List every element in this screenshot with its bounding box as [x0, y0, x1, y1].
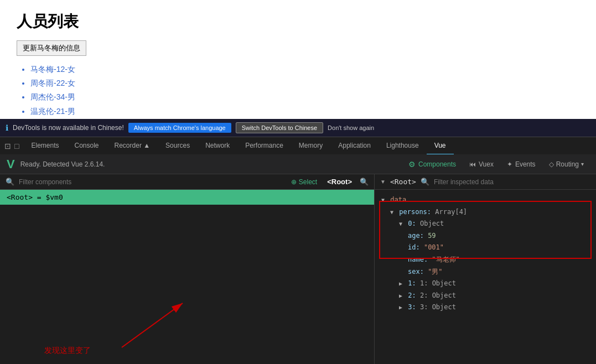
tab-memory[interactable]: Memory [291, 137, 330, 155]
search-icon: 🔍 [6, 178, 14, 186]
dont-show-button[interactable]: Don't show again [328, 124, 374, 131]
events-icon: ✦ [507, 160, 512, 168]
tab-sources[interactable]: Sources [158, 137, 198, 155]
svg-line-1 [122, 303, 183, 347]
object-2: ▶ 2: 2: Object [381, 290, 589, 302]
update-button[interactable]: 更新马冬梅的信息 [17, 40, 86, 56]
devtools-tabs: ⊡ □ Elements Console Recorder ▲ Sources … [0, 137, 596, 154]
component-tree-root[interactable]: <Root> = $vm0 [0, 190, 374, 205]
tab-lighthouse[interactable]: Lighthouse [379, 137, 427, 155]
devtools-notification-bar: ℹ DevTools is now available in Chinese! … [0, 119, 596, 137]
persons-array: ▼ persons: Array[4] [381, 206, 589, 219]
sex-field: sex: "男" [381, 266, 589, 278]
vue-nav-components[interactable]: ⚙ Components [403, 158, 462, 171]
components-icon: ⚙ [408, 160, 416, 169]
data-section: ▼ data [381, 194, 589, 206]
filter-components-input[interactable] [19, 178, 287, 186]
tab-vue[interactable]: Vue [427, 137, 454, 155]
arrow-svg [55, 270, 221, 358]
switch-chinese-button[interactable]: Switch DevTools to Chinese [236, 122, 323, 133]
tab-console[interactable]: Console [67, 137, 107, 155]
notification-text: DevTools is now available in Chinese! [13, 124, 124, 132]
root-tag-label: <Root> [327, 178, 352, 186]
info-icon: ℹ [6, 123, 8, 132]
object-3: ▶ 3: 3: Object [381, 301, 589, 314]
object-0: ▼ 0: Object [381, 218, 589, 230]
list-item: 周冬雨-22-女 [30, 76, 579, 90]
tab-performance[interactable]: Performance [237, 137, 291, 155]
vue-logo: V [7, 157, 15, 171]
name-field: name: "马老师" [381, 254, 589, 266]
page-title: 人员列表 [17, 11, 579, 32]
inspect-filter-input[interactable] [434, 178, 590, 186]
data-tree: ▼ data ▼ persons: Array[4] ▼ 0: Object a… [375, 190, 596, 364]
select-icon: ⊕ [291, 178, 297, 186]
chevron-down-icon: ▾ [581, 161, 584, 167]
vue-nav: ⚙ Components ⏮ Vuex ✦ Events ◇ Routing ▾ [403, 158, 589, 171]
tab-elements[interactable]: Elements [23, 137, 66, 155]
page-content: 人员列表 更新马冬梅的信息 马冬梅-12-女 周冬雨-22-女 周杰伦-34-男… [0, 0, 596, 119]
component-left-panel: 🔍 ⊕ Select <Root> 🔍 <Root> = $vm0 [0, 174, 375, 364]
tab-application[interactable]: Application [330, 137, 379, 155]
vue-status: Ready. Detected Vue 2.6.14. [20, 160, 403, 168]
cursor-icon[interactable]: ⊡ [4, 142, 11, 150]
always-match-button[interactable]: Always match Chrome's language [128, 123, 231, 133]
component-search-bar: 🔍 ⊕ Select <Root> 🔍 [0, 174, 374, 190]
id-field: id: "001" [381, 242, 589, 254]
component-right-panel: ▼ <Root> 🔍 ▼ data ▼ persons: Array[4] ▼ … [375, 174, 596, 364]
inspect-root-label: <Root> [390, 178, 416, 186]
select-button[interactable]: ⊕ Select [291, 178, 317, 186]
inspect-bar: ▼ <Root> 🔍 [375, 174, 596, 190]
list-item: 周杰伦-34-男 [30, 90, 579, 104]
list-item: 温兆伦-21-男 [30, 105, 579, 118]
component-panel: 🔍 ⊕ Select <Root> 🔍 <Root> = $vm0 [0, 174, 596, 364]
triangle-icon: ▼ [380, 179, 386, 185]
devtools-toolbar-icons: ⊡ □ [0, 142, 23, 150]
vuex-icon: ⏮ [469, 160, 476, 168]
vue-nav-events[interactable]: ✦ Events [501, 158, 541, 170]
object-1: ▶ 1: 1: Object [381, 278, 589, 290]
age-field: age: 59 [381, 230, 589, 242]
tab-recorder[interactable]: Recorder ▲ [107, 137, 158, 155]
vue-nav-vuex[interactable]: ⏮ Vuex [464, 158, 499, 170]
vue-nav-routing[interactable]: ◇ Routing ▾ [543, 158, 589, 170]
person-list: 马冬梅-12-女 周冬雨-22-女 周杰伦-34-男 温兆伦-21-男 [17, 63, 579, 118]
vue-toolbar: V Ready. Detected Vue 2.6.14. ⚙ Componen… [0, 154, 596, 174]
root-search-icon[interactable]: 🔍 [360, 178, 369, 186]
tab-network[interactable]: Network [198, 137, 237, 155]
inspect-search-icon: 🔍 [421, 178, 429, 186]
inspect-icon[interactable]: □ [14, 142, 19, 150]
routing-icon: ◇ [549, 160, 554, 168]
vue-panel: V Ready. Detected Vue 2.6.14. ⚙ Componen… [0, 154, 596, 364]
list-item: 马冬梅-12-女 [30, 63, 579, 76]
